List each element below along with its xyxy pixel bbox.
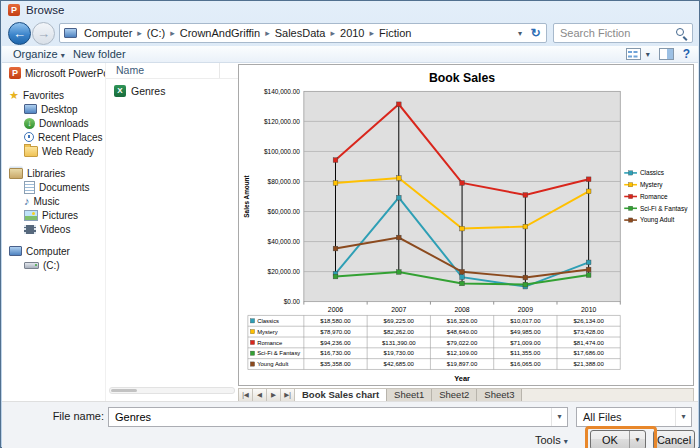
views-button[interactable]: ▾	[626, 48, 650, 60]
first-sheet-button[interactable]: |◀	[239, 389, 253, 401]
svg-text:$71,009.00: $71,009.00	[510, 339, 541, 346]
sidebar-item-label: Downloads	[39, 118, 88, 129]
ok-button[interactable]: OK ▼	[590, 430, 646, 448]
sidebar-item-recent-places[interactable]: Recent Places	[2, 130, 105, 144]
address-bar[interactable]: Computer ▸ (C:) ▸ CrownAndGriffin ▸ Sale…	[59, 23, 547, 43]
chevron-down-icon[interactable]: ▾	[675, 408, 691, 426]
dialog-footer: File name: ▾ All Files ▾ Tools▾ OK ▼ Can…	[2, 401, 698, 448]
svg-text:$12,109.00: $12,109.00	[447, 349, 478, 356]
sidebar-group-libraries[interactable]: Libraries	[2, 166, 105, 180]
document-icon	[24, 181, 35, 194]
svg-text:$42,685.00: $42,685.00	[384, 360, 415, 367]
sidebar-item-label: Videos	[40, 224, 70, 235]
back-button[interactable]: ←	[8, 22, 31, 45]
sheet-tab-sheet2[interactable]: Sheet2	[432, 389, 477, 401]
address-history-dropdown-icon[interactable]: ▾	[513, 29, 527, 38]
sidebar-item-downloads[interactable]: ↓ Downloads	[2, 116, 105, 130]
sheet-tab-sheet3[interactable]: Sheet3	[477, 389, 522, 401]
sidebar-group-label: Favorites	[23, 90, 64, 101]
file-type-combobox[interactable]: All Files ▾	[576, 407, 692, 427]
svg-text:Sci-Fi & Fantasy: Sci-Fi & Fantasy	[257, 350, 300, 356]
clock-icon	[24, 132, 34, 142]
breadcrumb-item-c-drive[interactable]: (C:)	[143, 27, 169, 39]
sidebar-item-music[interactable]: ♪ Music	[2, 194, 105, 208]
previous-sheet-button[interactable]: ◀	[253, 389, 267, 401]
file-item-genres[interactable]: X Genres	[106, 83, 239, 98]
svg-text:2010: 2010	[581, 306, 596, 313]
svg-text:Mystery: Mystery	[257, 329, 278, 335]
sidebar-item-label: Music	[34, 196, 60, 207]
svg-text:$94,236.00: $94,236.00	[320, 339, 351, 346]
svg-text:Mystery: Mystery	[640, 181, 663, 189]
svg-text:Romance: Romance	[257, 340, 282, 346]
svg-text:$0.00: $0.00	[284, 298, 301, 305]
last-sheet-button[interactable]: ▶|	[281, 389, 295, 401]
help-icon[interactable]: ?	[683, 48, 690, 60]
search-box[interactable]	[553, 23, 693, 43]
svg-text:Sales Amount: Sales Amount	[243, 174, 250, 217]
title-bar[interactable]: P Browse	[1, 1, 699, 19]
svg-text:$49,985.00: $49,985.00	[510, 328, 541, 335]
sidebar-group-favorites[interactable]: ★ Favorites	[2, 88, 105, 102]
refresh-icon[interactable]: ↻	[527, 26, 544, 40]
breadcrumb-item-2010[interactable]: 2010	[336, 27, 368, 39]
search-icon[interactable]	[675, 27, 688, 40]
svg-text:$131,390.00: $131,390.00	[382, 339, 416, 346]
file-name-combobox[interactable]: ▾	[108, 407, 568, 427]
picture-icon	[24, 210, 38, 221]
sidebar-item-label: Pictures	[42, 210, 78, 221]
next-sheet-button[interactable]: ▶	[267, 389, 281, 401]
ok-dropdown-icon[interactable]: ▼	[629, 431, 645, 448]
column-header-name[interactable]: Name	[106, 63, 220, 78]
chevron-down-icon: ▾	[646, 50, 650, 59]
breadcrumb-item-salesdata[interactable]: SalesData	[271, 27, 330, 39]
hard-drive-icon	[24, 262, 39, 269]
preview-pane-toggle-icon[interactable]	[659, 48, 674, 60]
svg-text:$100,000.00: $100,000.00	[264, 148, 300, 155]
ok-label[interactable]: OK	[591, 431, 629, 448]
computer-icon	[9, 246, 22, 256]
file-name-input[interactable]	[109, 411, 551, 423]
sidebar-item-web-ready[interactable]: Web Ready	[2, 144, 105, 158]
film-icon	[24, 225, 36, 234]
sheet-tab-book-sales-chart[interactable]: Book Sales chart	[295, 389, 387, 401]
sidebar-item-videos[interactable]: Videos	[2, 222, 105, 236]
sidebar-item-desktop[interactable]: Desktop	[2, 102, 105, 116]
chevron-down-icon[interactable]: ▾	[551, 408, 567, 426]
breadcrumb-item-computer[interactable]: Computer	[80, 27, 136, 39]
horizontal-scrollbar[interactable]	[109, 387, 235, 394]
sidebar-item-microsoft-powerpoint[interactable]: P Microsoft PowerPoint	[2, 66, 105, 80]
organize-button[interactable]: Organize▾	[8, 47, 70, 61]
svg-text:$16,065.00: $16,065.00	[510, 360, 541, 367]
sidebar-item-c-drive[interactable]: (C:)	[2, 258, 105, 272]
sidebar-item-documents[interactable]: Documents	[2, 180, 105, 194]
new-folder-label: New folder	[73, 48, 126, 60]
svg-text:2007: 2007	[391, 306, 406, 313]
sidebar-group-computer[interactable]: Computer	[2, 244, 105, 258]
file-list-header: Name	[106, 63, 239, 79]
svg-text:$16,326.00: $16,326.00	[447, 317, 478, 324]
svg-text:Romance: Romance	[640, 193, 668, 200]
svg-text:$21,388.00: $21,388.00	[573, 360, 604, 367]
sidebar-group-label: Libraries	[27, 168, 65, 179]
cancel-button[interactable]: Cancel	[653, 430, 695, 448]
svg-text:Year: Year	[454, 374, 470, 383]
tools-button[interactable]: Tools▾	[529, 431, 574, 448]
search-input[interactable]	[554, 27, 675, 39]
powerpoint-icon: P	[8, 4, 20, 16]
svg-text:$69,225.00: $69,225.00	[384, 317, 415, 324]
svg-text:Sci-Fi & Fantasy: Sci-Fi & Fantasy	[640, 205, 688, 213]
sidebar-item-label: Desktop	[41, 104, 78, 115]
new-folder-button[interactable]: New folder	[68, 47, 131, 61]
views-icon	[626, 48, 641, 60]
sidebar-item-label: (C:)	[43, 260, 60, 271]
book-sales-chart-svg: $0.00$20,000.00$40,000.00$60,000.00$80,0…	[239, 65, 693, 385]
file-item-label: Genres	[131, 85, 165, 97]
breadcrumb-item-crownandgriffin[interactable]: CrownAndGriffin	[176, 27, 265, 39]
breadcrumb-item-fiction[interactable]: Fiction	[375, 27, 415, 39]
sidebar-item-pictures[interactable]: Pictures	[2, 208, 105, 222]
scrollbar-thumb[interactable]	[111, 389, 137, 392]
svg-text:Classics: Classics	[640, 169, 664, 176]
sheet-tab-sheet1[interactable]: Sheet1	[387, 389, 432, 401]
chevron-down-icon: ▾	[564, 437, 568, 446]
